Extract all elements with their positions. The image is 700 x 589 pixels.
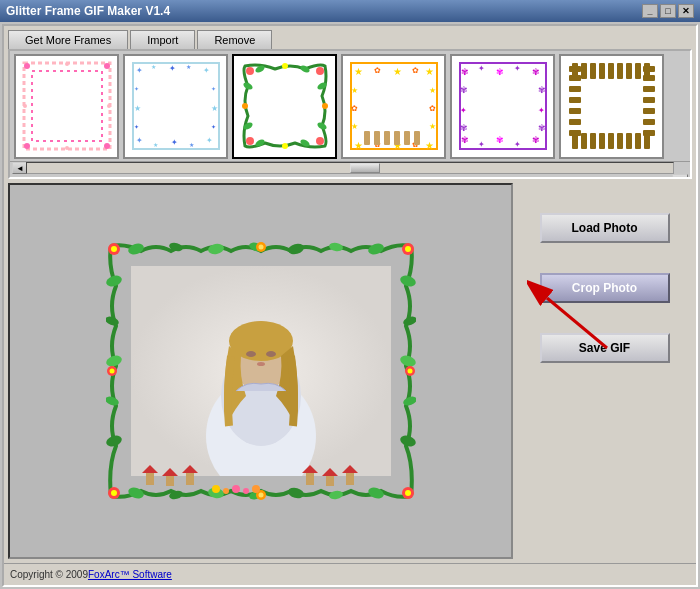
svg-rect-117 (643, 119, 655, 125)
svg-point-34 (246, 137, 254, 145)
svg-text:✦: ✦ (514, 64, 521, 73)
app-title: Glitter Frame GIF Maker V1.4 (6, 4, 170, 18)
svg-rect-102 (626, 133, 632, 149)
svg-rect-92 (617, 63, 623, 79)
svg-text:✾: ✾ (532, 67, 540, 77)
svg-text:✦: ✦ (211, 124, 216, 130)
svg-text:✿: ✿ (351, 104, 358, 113)
svg-text:★: ★ (351, 122, 358, 131)
svg-text:✦: ✦ (169, 64, 176, 73)
scrollbar-track[interactable] (26, 162, 674, 174)
svg-rect-174 (306, 473, 314, 485)
svg-point-141 (366, 486, 384, 501)
svg-point-182 (243, 488, 249, 494)
svg-point-161 (258, 245, 263, 250)
tab-get-more-frames[interactable]: Get More Frames (8, 30, 128, 49)
svg-point-155 (405, 246, 411, 252)
close-button[interactable]: ✕ (678, 4, 694, 18)
frame-thumb-1[interactable] (14, 54, 119, 159)
svg-point-157 (111, 490, 117, 496)
svg-rect-178 (346, 473, 354, 485)
scrollbar-thumb[interactable] (350, 163, 380, 173)
svg-rect-27 (240, 61, 330, 151)
svg-text:✦: ✦ (514, 140, 521, 149)
svg-point-184 (252, 485, 260, 493)
svg-rect-108 (569, 97, 581, 103)
svg-point-35 (242, 103, 248, 109)
svg-marker-177 (322, 468, 338, 476)
svg-text:✦: ✦ (171, 138, 178, 147)
svg-text:✾: ✾ (538, 85, 546, 95)
svg-rect-0 (24, 63, 110, 149)
svg-text:✦: ✦ (136, 66, 143, 75)
toolbar: Get More Frames Import Remove (4, 26, 696, 49)
tab-import[interactable]: Import (130, 30, 195, 49)
minimize-button[interactable]: _ (642, 4, 658, 18)
right-panel: Load Photo Crop Photo Save GIF (517, 183, 692, 559)
frame-thumb-4[interactable]: ★ ✿ ★ ✿ ★ ★ ✿ ★ ✿ ★ ★ ✿ ★ (341, 54, 446, 159)
svg-rect-112 (643, 66, 655, 72)
svg-text:✾: ✾ (496, 67, 504, 77)
svg-rect-113 (643, 75, 655, 81)
svg-point-29 (282, 63, 288, 69)
scroll-right-button[interactable]: ► (672, 174, 688, 179)
frame-thumb-5[interactable]: ✾ ✦ ✾ ✦ ✾ ✾ ✦ ✾ ✦ ✾ ✾ ✦ ✾ ✾ ✦ (450, 54, 555, 159)
svg-point-159 (405, 490, 411, 496)
svg-point-28 (246, 67, 254, 75)
svg-text:✾: ✾ (460, 123, 468, 133)
software-link[interactable]: FoxArc™ Software (88, 569, 172, 580)
svg-point-163 (258, 493, 263, 498)
svg-point-6 (65, 62, 69, 66)
maximize-button[interactable]: □ (660, 4, 676, 18)
frames-strip: ✦ ★ ✦ ★ ✦ ✦ ★ ✦ ★ ✦ ✦ ★ ✦ ✦ ★ (10, 51, 690, 161)
frame-thumb-2[interactable]: ✦ ★ ✦ ★ ✦ ✦ ★ ✦ ★ ✦ ✦ ★ ✦ ✦ ★ (123, 54, 228, 159)
svg-rect-90 (599, 63, 605, 79)
svg-point-32 (316, 137, 324, 145)
svg-text:★: ★ (354, 140, 363, 151)
svg-rect-98 (590, 133, 596, 149)
tab-remove[interactable]: Remove (197, 30, 272, 49)
frames-area: ✦ ★ ✦ ★ ✦ ✦ ★ ✦ ★ ✦ ✦ ★ ✦ ✦ ★ (8, 49, 692, 179)
title-bar: Glitter Frame GIF Maker V1.4 _ □ ✕ (0, 0, 700, 22)
load-photo-button[interactable]: Load Photo (540, 213, 670, 243)
svg-text:★: ★ (425, 140, 434, 151)
svg-text:✦: ✦ (211, 86, 216, 92)
svg-rect-63 (374, 131, 380, 145)
frame-thumb-3[interactable] (232, 54, 337, 159)
svg-marker-179 (342, 465, 358, 473)
photo-container (106, 241, 416, 501)
svg-rect-109 (569, 108, 581, 114)
svg-point-135 (126, 486, 144, 501)
svg-rect-103 (635, 133, 641, 149)
svg-text:★: ★ (153, 142, 158, 148)
svg-rect-97 (581, 133, 587, 149)
svg-rect-172 (186, 473, 194, 485)
svg-marker-169 (142, 465, 158, 473)
svg-point-30 (316, 67, 324, 75)
svg-point-139 (286, 486, 304, 500)
svg-text:★: ★ (425, 66, 434, 77)
svg-text:✦: ✦ (136, 136, 143, 145)
svg-point-7 (23, 104, 27, 108)
svg-text:✦: ✦ (478, 64, 485, 73)
save-gif-button[interactable]: Save GIF (540, 333, 670, 363)
svg-rect-110 (569, 119, 581, 125)
svg-text:✦: ✦ (203, 66, 210, 75)
svg-text:✾: ✾ (461, 67, 469, 77)
crop-photo-button[interactable]: Crop Photo (540, 273, 670, 303)
svg-rect-89 (590, 63, 596, 79)
svg-rect-93 (626, 63, 632, 79)
svg-rect-114 (643, 86, 655, 92)
svg-text:★: ★ (393, 66, 402, 77)
frame-thumb-6[interactable] (559, 54, 664, 159)
svg-point-4 (24, 143, 30, 149)
svg-point-31 (322, 103, 328, 109)
footer: Copyright © 2009 FoxArc™ Software (4, 563, 696, 585)
svg-rect-115 (643, 97, 655, 103)
svg-text:✿: ✿ (429, 104, 436, 113)
svg-text:✿: ✿ (412, 66, 419, 75)
svg-text:★: ★ (429, 122, 436, 131)
svg-point-167 (407, 369, 412, 374)
svg-point-153 (111, 246, 117, 252)
svg-rect-64 (384, 131, 390, 145)
